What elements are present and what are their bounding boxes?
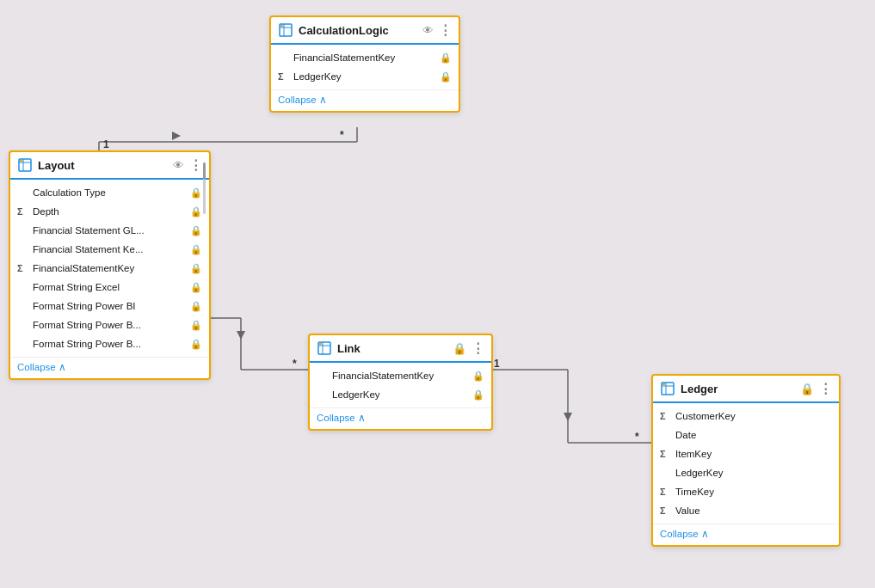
lock-icon-fpb: 🔒 xyxy=(190,301,202,312)
field-itemkey: Σ ItemKey xyxy=(653,444,839,463)
cardinality-layout-top: 1 xyxy=(103,138,109,150)
entity-calculationlogic-body: FinancialStatementKey 🔒 Σ LedgerKey 🔒 xyxy=(271,45,459,89)
entity-ledger: Ledger 🔒 ⋮ Σ CustomerKey Date Σ ItemKey xyxy=(651,374,841,547)
entity-calculationlogic-footer: Collapse ∧ xyxy=(271,89,459,111)
chevron-up-icon: ∧ xyxy=(319,94,327,106)
eye-icon-layout[interactable]: 👁 xyxy=(173,159,184,172)
svg-marker-3 xyxy=(172,132,181,140)
entity-link: Link 🔒 ⋮ FinancialStatementKey 🔒 LedgerK… xyxy=(308,334,493,431)
svg-rect-15 xyxy=(280,25,283,27)
header-actions-ledger: 🔒 ⋮ xyxy=(800,381,832,396)
field-customerkey: Σ CustomerKey xyxy=(653,407,839,426)
field-financial-gl: Financial Statement GL... 🔒 xyxy=(10,221,209,240)
table-icon-layout xyxy=(17,157,33,173)
field-prefix-sigma: Σ xyxy=(278,71,290,82)
svg-rect-23 xyxy=(319,343,322,345)
table-icon xyxy=(278,22,293,38)
entity-calculationlogic-header: CalculationLogic 👁 ⋮ xyxy=(271,17,459,45)
entity-link-body: FinancialStatementKey 🔒 LedgerKey 🔒 xyxy=(310,363,491,407)
entity-layout-footer: Collapse ∧ xyxy=(10,357,209,378)
svg-rect-27 xyxy=(662,383,665,385)
field-value: Σ Value xyxy=(653,501,839,520)
collapse-link[interactable]: Collapse ∧ xyxy=(317,412,484,424)
lock-icon-link-2: 🔒 xyxy=(472,389,484,401)
lock-icon-2: 🔒 xyxy=(440,71,452,83)
header-actions-layout: 👁 ⋮ xyxy=(173,157,202,173)
scroll-indicator xyxy=(203,162,206,214)
svg-marker-11 xyxy=(564,413,572,421)
svg-rect-19 xyxy=(20,160,22,162)
entity-link-footer: Collapse ∧ xyxy=(310,407,491,429)
entity-ledger-footer: Collapse ∧ xyxy=(653,524,839,545)
lock-icon: 🔒 xyxy=(440,52,452,64)
cardinality-ledger-left: * xyxy=(635,431,639,443)
entity-calculationlogic: CalculationLogic 👁 ⋮ FinancialStatementK… xyxy=(269,15,460,113)
lock-icon-ct: 🔒 xyxy=(190,187,202,199)
chevron-up-icon-link: ∧ xyxy=(358,412,366,424)
entity-layout-title: Layout xyxy=(38,159,168,172)
lock-icon-fpb2: 🔒 xyxy=(190,320,202,331)
cardinality-calc-top: * xyxy=(340,129,344,141)
field-ledgerkey-ledger: LedgerKey xyxy=(653,463,839,482)
field-name-ledgerkey: LedgerKey xyxy=(293,71,433,82)
lock-icon-gl: 🔒 xyxy=(190,225,202,236)
field-ledgerkey-calc: Σ LedgerKey 🔒 xyxy=(271,67,459,86)
field-financialstatementkey-layout: Σ FinancialStatementKey 🔒 xyxy=(10,259,209,278)
entity-ledger-header: Ledger 🔒 ⋮ xyxy=(653,376,839,403)
scroll-bar xyxy=(203,162,206,180)
field-financialstatementkey-calc: FinancialStatementKey 🔒 xyxy=(271,48,459,67)
field-date: Date xyxy=(653,426,839,444)
entity-layout-body: Calculation Type 🔒 Σ Depth 🔒 Financial S… xyxy=(10,180,209,357)
entity-calculationlogic-title: CalculationLogic xyxy=(299,24,417,37)
lock-icon-fe: 🔒 xyxy=(190,282,202,293)
field-format-powerb2: Format String Power B... 🔒 xyxy=(10,334,209,353)
diagram-canvas: * 1 1 * 1 * xyxy=(0,0,875,588)
field-calculation-type: Calculation Type 🔒 xyxy=(10,183,209,202)
entity-link-title: Link xyxy=(337,342,447,355)
lock-icon-d: 🔒 xyxy=(190,206,202,217)
header-actions-calculationlogic: 👁 ⋮ xyxy=(422,22,452,38)
svg-marker-7 xyxy=(237,331,245,340)
collapse-calculationlogic[interactable]: Collapse ∧ xyxy=(278,94,452,106)
chevron-up-icon-ledger: ∧ xyxy=(701,528,709,540)
eye-icon-calculationlogic[interactable]: 👁 xyxy=(422,24,434,37)
more-icon-link[interactable]: ⋮ xyxy=(471,340,484,356)
chevron-up-icon-layout: ∧ xyxy=(59,361,66,373)
lock-icon-link-1: 🔒 xyxy=(472,371,484,382)
lock-icon-fpb3: 🔒 xyxy=(190,339,202,350)
field-format-excel: Format String Excel 🔒 xyxy=(10,278,209,297)
entity-layout-header: Layout 👁 ⋮ xyxy=(10,152,209,180)
eye-icon-link[interactable]: 🔒 xyxy=(453,342,466,355)
field-name: FinancialStatementKey xyxy=(293,52,433,63)
entity-ledger-body: Σ CustomerKey Date Σ ItemKey LedgerKey Σ xyxy=(653,403,839,524)
more-icon-layout[interactable]: ⋮ xyxy=(189,157,202,173)
field-format-powerbi: Format String Power BI 🔒 xyxy=(10,297,209,315)
lock-icon-ke: 🔒 xyxy=(190,244,202,255)
collapse-layout[interactable]: Collapse ∧ xyxy=(17,361,202,373)
cardinality-link-right: 1 xyxy=(494,358,500,370)
field-timekey: Σ TimeKey xyxy=(653,482,839,501)
field-ledgerkey-link: LedgerKey 🔒 xyxy=(310,385,491,404)
collapse-ledger[interactable]: Collapse ∧ xyxy=(660,528,832,540)
field-format-powerb1: Format String Power B... 🔒 xyxy=(10,315,209,334)
entity-ledger-title: Ledger xyxy=(681,383,795,395)
more-icon-ledger[interactable]: ⋮ xyxy=(819,381,832,396)
eye-icon-ledger[interactable]: 🔒 xyxy=(800,383,814,395)
field-financial-ke: Financial Statement Ke... 🔒 xyxy=(10,240,209,259)
lock-icon-fsk: 🔒 xyxy=(190,263,202,274)
field-depth: Σ Depth 🔒 xyxy=(10,202,209,221)
field-financialstatementkey-link: FinancialStatementKey 🔒 xyxy=(310,366,491,385)
entity-layout: Layout 👁 ⋮ Calculation Type 🔒 Σ Depth 🔒 xyxy=(9,150,211,380)
cardinality-link-left: * xyxy=(293,358,297,370)
entity-link-header: Link 🔒 ⋮ xyxy=(310,335,491,363)
more-icon-calculationlogic[interactable]: ⋮ xyxy=(439,22,452,38)
table-icon-link xyxy=(317,340,332,356)
header-actions-link: 🔒 ⋮ xyxy=(453,340,484,356)
table-icon-ledger xyxy=(660,381,675,396)
